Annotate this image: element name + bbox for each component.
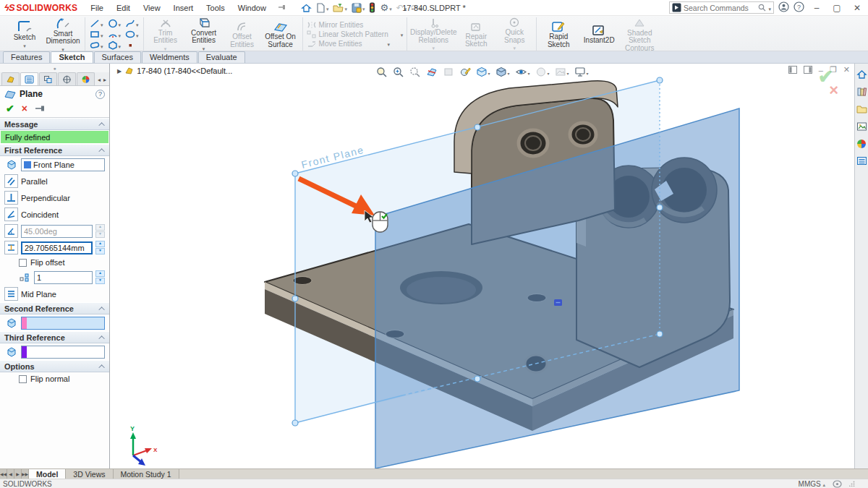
tab-features[interactable]: Features xyxy=(3,51,50,63)
model-3d-scene[interactable]: Front Plane Y X xyxy=(110,64,854,468)
search-icon[interactable] xyxy=(758,4,766,12)
convert-entities-button[interactable]: Convert Entities xyxy=(186,16,222,53)
options-section-header[interactable]: Options xyxy=(0,360,109,372)
open-icon[interactable] xyxy=(331,2,349,14)
displaymanager-tab[interactable] xyxy=(77,72,95,85)
first-reference-selection-box[interactable]: Front Plane xyxy=(21,158,105,171)
instance-count-spinner[interactable]: ▲▼ xyxy=(95,270,105,284)
section-view-icon[interactable] xyxy=(425,67,437,77)
featuremanager-tab[interactable] xyxy=(1,72,20,85)
tab-surfaces[interactable]: Surfaces xyxy=(94,51,141,63)
traffic-light-icon[interactable] xyxy=(367,1,377,14)
maximize-button[interactable]: ▢ xyxy=(829,3,845,13)
ellipse-tool[interactable] xyxy=(124,29,140,40)
flip-normal-checkbox[interactable] xyxy=(19,375,27,383)
tab-scroll-last-icon[interactable]: ▶▶ xyxy=(22,469,29,479)
collapse-left-pane-icon[interactable] xyxy=(788,66,797,74)
tab-scroll-right-icon[interactable]: ▸ xyxy=(103,77,106,83)
instant2d-button[interactable]: Instant2D xyxy=(579,23,619,45)
message-section-header[interactable]: Message xyxy=(0,118,109,130)
point-tool[interactable] xyxy=(124,40,140,51)
hide-show-items-icon[interactable] xyxy=(514,65,529,78)
tree-expand-icon[interactable]: ▶ xyxy=(117,68,122,74)
smart-dimension-button[interactable]: Smart Dimension xyxy=(45,15,81,53)
collapse-right-pane-icon[interactable] xyxy=(804,66,812,74)
home-icon[interactable] xyxy=(299,2,313,14)
dimxpertmanager-tab[interactable] xyxy=(58,72,76,85)
search-dropdown-icon[interactable] xyxy=(768,4,771,12)
custom-properties-icon[interactable] xyxy=(856,155,868,167)
file-explorer-icon[interactable] xyxy=(856,103,868,115)
slot-tool[interactable] xyxy=(89,40,104,51)
tab-3d-views[interactable]: 3D Views xyxy=(66,469,113,479)
confirm-cancel-icon[interactable]: × xyxy=(829,84,838,97)
home-tab-icon[interactable] xyxy=(856,68,868,80)
ok-button[interactable]: ✔ xyxy=(6,103,14,114)
menu-insert[interactable]: Insert xyxy=(168,1,200,14)
panel-help-icon[interactable]: ? xyxy=(95,90,105,99)
parallel-constraint-button[interactable] xyxy=(4,174,18,188)
menu-window[interactable]: Window xyxy=(232,1,272,14)
rapid-sketch-button[interactable]: Rapid Sketch xyxy=(540,20,576,48)
polygon-tool[interactable] xyxy=(107,40,122,51)
previous-view-icon[interactable] xyxy=(409,67,420,77)
edit-appearance-pencil-icon[interactable] xyxy=(459,67,470,77)
tab-scroll-first-icon[interactable]: ◀◀ xyxy=(0,469,7,479)
menu-file[interactable]: File xyxy=(85,1,109,14)
tab-motion-study-1[interactable]: Motion Study 1 xyxy=(114,469,179,479)
save-icon[interactable] xyxy=(350,2,367,14)
tab-scroll-left-icon[interactable]: ◂ xyxy=(98,77,101,83)
search-commands-box[interactable] xyxy=(669,1,774,14)
first-reference-section-header[interactable]: First Reference xyxy=(0,144,109,156)
sketch-button[interactable]: Sketch xyxy=(7,19,43,49)
help-icon[interactable]: ? xyxy=(793,1,804,14)
tab-weldments[interactable]: Weldments xyxy=(142,51,197,63)
tab-scroll-next-icon[interactable]: ▶ xyxy=(14,469,22,479)
instance-count-field[interactable] xyxy=(34,271,93,284)
second-reference-selection-box[interactable] xyxy=(21,317,105,330)
close-button[interactable]: ✕ xyxy=(849,3,865,13)
offset-on-surface-button[interactable]: Offset On Surface xyxy=(263,20,299,48)
pin-menu-icon[interactable] xyxy=(278,3,286,13)
graphics-viewport[interactable]: ▶ 17-840 (17-840<<Default... – ❐ ✕ xyxy=(110,64,854,468)
menu-edit[interactable]: Edit xyxy=(111,1,136,14)
search-input[interactable] xyxy=(684,4,756,12)
minimize-button[interactable]: – xyxy=(809,3,825,13)
view-palette-icon[interactable] xyxy=(856,120,868,132)
view-settings-icon[interactable] xyxy=(574,65,589,78)
options-gear-icon[interactable]: ⚙ xyxy=(378,1,393,14)
zoom-to-fit-icon[interactable] xyxy=(375,67,387,77)
tags-icon[interactable] xyxy=(833,480,842,488)
zoom-to-area-icon[interactable] xyxy=(392,67,404,77)
propertymanager-tab[interactable] xyxy=(20,72,38,85)
coincident-constraint-button[interactable] xyxy=(4,207,18,221)
view-orientation-icon[interactable] xyxy=(475,65,490,78)
units-selector[interactable]: MMGS ▴ xyxy=(799,480,825,488)
tab-model[interactable]: Model xyxy=(29,469,66,479)
offset-distance-spinner[interactable]: ▲▼ xyxy=(95,241,105,254)
design-library-icon[interactable] xyxy=(856,85,868,98)
third-reference-section-header[interactable]: Third Reference xyxy=(0,331,109,343)
keep-visible-pin-icon[interactable] xyxy=(35,104,46,113)
second-reference-section-header[interactable]: Second Reference xyxy=(0,302,109,314)
menu-tools[interactable]: Tools xyxy=(200,1,231,14)
offset-distance-field[interactable] xyxy=(21,241,93,254)
new-document-icon[interactable] xyxy=(315,2,331,14)
tab-sketch[interactable]: Sketch xyxy=(51,51,93,63)
third-reference-selection-box[interactable] xyxy=(21,346,105,359)
user-account-icon[interactable] xyxy=(778,1,789,14)
flip-offset-checkbox[interactable] xyxy=(19,259,27,267)
configurationmanager-tab[interactable] xyxy=(39,72,57,85)
doc-close-icon[interactable]: ✕ xyxy=(843,65,850,74)
appearances-scenes-icon[interactable] xyxy=(856,137,868,150)
tab-scroll-prev-icon[interactable]: ◀ xyxy=(7,469,14,479)
mid-plane-button[interactable] xyxy=(4,287,18,301)
resize-grip-icon[interactable] xyxy=(849,481,855,487)
tab-evaluate[interactable]: Evaluate xyxy=(198,51,245,63)
display-style-icon[interactable] xyxy=(495,65,509,78)
menu-view[interactable]: View xyxy=(137,1,166,14)
perpendicular-constraint-button[interactable] xyxy=(4,191,18,205)
feature-tree-breadcrumb[interactable]: ▶ 17-840 (17-840<<Default... xyxy=(117,67,232,75)
panel-splitter-handle[interactable]: ● xyxy=(0,64,109,72)
cancel-x-button[interactable]: × xyxy=(22,103,27,114)
